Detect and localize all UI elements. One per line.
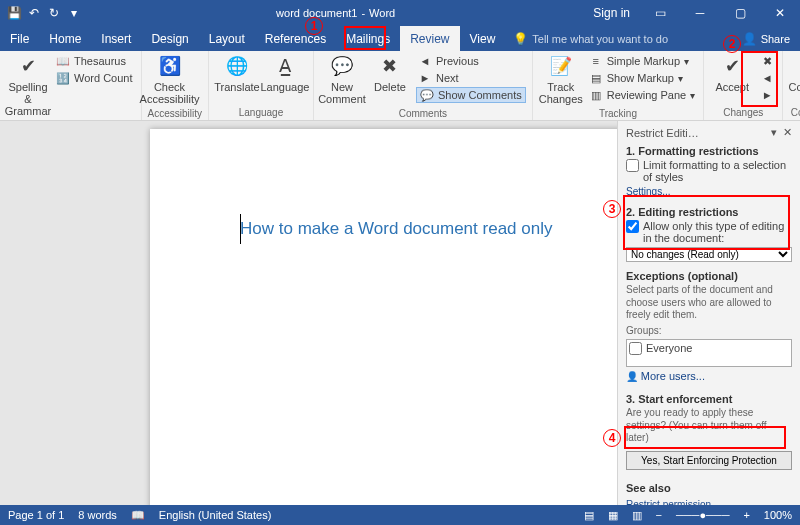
restore-icon[interactable]: ▢ (720, 0, 760, 26)
undo-icon[interactable]: ↶ (26, 5, 42, 21)
ribbon: ✔Spelling &Grammar 📖Thesaurus 🔢Word Coun… (0, 51, 800, 121)
group-comments: 💬NewComment ✖Delete ◄Previous ►Next 💬Sho… (314, 51, 533, 120)
ribbon-options-icon[interactable]: ▭ (640, 0, 680, 26)
tab-references[interactable]: References (255, 26, 336, 51)
status-language[interactable]: English (United States) (159, 509, 272, 521)
group-tracking: 📝TrackChanges ≡Simple Markup ▾ ▤Show Mar… (533, 51, 705, 120)
track-changes-button[interactable]: 📝TrackChanges (539, 53, 583, 107)
tab-review[interactable]: Review (400, 26, 459, 51)
see-also-title: See also (626, 482, 792, 494)
zoom-slider[interactable]: ───●─── (676, 509, 729, 521)
check-accessibility-button[interactable]: ♿CheckAccessibility (148, 53, 192, 107)
showmarkup-icon: ▤ (589, 71, 603, 85)
spelling-icon: ✔ (16, 55, 40, 79)
reject-icon: ✖ (760, 54, 774, 68)
window-controls: ▭ ─ ▢ ✕ (640, 0, 800, 26)
next-comment-button[interactable]: ►Next (416, 70, 526, 86)
translate-button[interactable]: 🌐Translate (215, 53, 259, 95)
markup-dropdown[interactable]: ≡Simple Markup ▾ (587, 53, 698, 69)
next-icon: ► (418, 71, 432, 85)
restrict-editing-pane: Restrict Editi… ▾ ✕ 1. Formatting restri… (617, 121, 800, 505)
compare-button[interactable]: ⇄Compare (789, 53, 800, 95)
delete-comment-button[interactable]: ✖Delete (368, 53, 412, 95)
zoom-level[interactable]: 100% (764, 509, 792, 521)
thesaurus-icon: 📖 (56, 54, 70, 68)
share-button[interactable]: 👤 Share (732, 26, 800, 51)
next-change-icon: ► (760, 88, 774, 102)
exceptions-text: Select parts of the document and choose … (626, 284, 792, 322)
wordcount-button[interactable]: 🔢Word Count (54, 70, 135, 86)
reviewing-pane-button[interactable]: ▥Reviewing Pane ▾ (587, 87, 698, 103)
accessibility-icon: ♿ (158, 55, 182, 79)
tab-home[interactable]: Home (39, 26, 91, 51)
pane-close-icon[interactable]: ✕ (783, 126, 792, 139)
quick-access-toolbar: 💾 ↶ ↻ ▾ (0, 5, 88, 21)
tab-insert[interactable]: Insert (91, 26, 141, 51)
show-markup-button[interactable]: ▤Show Markup ▾ (587, 70, 698, 86)
save-icon[interactable]: 💾 (6, 5, 22, 21)
more-users-link[interactable]: 👤 More users... (626, 370, 705, 382)
editing-type-select[interactable]: No changes (Read only) (626, 247, 792, 262)
next-change-button[interactable]: ► (758, 87, 776, 103)
allow-editing-checkbox[interactable]: Allow only this type of editing in the d… (626, 220, 792, 244)
language-button[interactable]: A̲Language (263, 53, 307, 95)
formatting-restrictions-title: 1. Formatting restrictions (626, 145, 792, 157)
accept-button[interactable]: ✔Accept (710, 53, 754, 95)
zoom-in-icon[interactable]: + (743, 509, 749, 521)
groups-listbox[interactable]: Everyone (626, 339, 792, 367)
proofing-status-icon[interactable]: 📖 (131, 509, 145, 522)
reject-button[interactable]: ✖ (758, 53, 776, 69)
start-enforcing-button[interactable]: Yes, Start Enforcing Protection (626, 451, 792, 470)
everyone-checkbox[interactable]: Everyone (629, 342, 789, 355)
translate-icon: 🌐 (225, 55, 249, 79)
text-cursor (240, 214, 241, 244)
status-words[interactable]: 8 words (78, 509, 117, 521)
groups-label: Groups: (626, 325, 792, 338)
thesaurus-button[interactable]: 📖Thesaurus (54, 53, 135, 69)
pane-dropdown-icon[interactable]: ▾ (771, 126, 777, 139)
view-print-icon[interactable]: ▦ (608, 509, 618, 522)
language-icon: A̲ (273, 55, 297, 79)
tab-layout[interactable]: Layout (199, 26, 255, 51)
status-bar: Page 1 of 1 8 words 📖 English (United St… (0, 505, 800, 525)
prev-change-button[interactable]: ◄ (758, 70, 776, 86)
redo-icon[interactable]: ↻ (46, 5, 62, 21)
tab-mailings[interactable]: Mailings (336, 26, 400, 51)
group-compare: ⇄Compare Compare (783, 51, 800, 120)
tab-file[interactable]: File (0, 26, 39, 51)
formatting-settings-link[interactable]: Settings... (626, 186, 670, 197)
zoom-out-icon[interactable]: − (656, 509, 662, 521)
close-icon[interactable]: ✕ (760, 0, 800, 26)
track-icon: 📝 (549, 55, 573, 79)
signin-link[interactable]: Sign in (583, 6, 640, 20)
markup-icon: ≡ (589, 54, 603, 68)
limit-formatting-checkbox[interactable]: Limit formatting to a selection of style… (626, 159, 792, 183)
minimize-icon[interactable]: ─ (680, 0, 720, 26)
customize-qat-icon[interactable]: ▾ (66, 5, 82, 21)
tell-me-search[interactable]: 💡 Tell me what you want to do (513, 26, 668, 51)
spelling-button[interactable]: ✔Spelling &Grammar (6, 53, 50, 119)
reviewpane-icon: ▥ (589, 88, 603, 102)
ribbon-tabs: File Home Insert Design Layout Reference… (0, 26, 800, 51)
tab-view[interactable]: View (460, 26, 506, 51)
pane-title: Restrict Editi… ▾ ✕ (626, 126, 792, 139)
status-page[interactable]: Page 1 of 1 (8, 509, 64, 521)
prev-change-icon: ◄ (760, 71, 774, 85)
new-comment-button[interactable]: 💬NewComment (320, 53, 364, 107)
delete-icon: ✖ (378, 55, 402, 79)
prev-comment-button[interactable]: ◄Previous (416, 53, 526, 69)
doc-name: word document1 (276, 7, 357, 19)
document-page[interactable]: How to make a Word document read only (150, 129, 650, 525)
document-heading: How to make a Word document read only (240, 219, 560, 239)
view-web-icon[interactable]: ▥ (632, 509, 642, 522)
group-language: 🌐Translate A̲Language Language (209, 51, 314, 120)
view-read-icon[interactable]: ▤ (584, 509, 594, 522)
prev-icon: ◄ (418, 54, 432, 68)
tab-design[interactable]: Design (141, 26, 198, 51)
window-title: word document1 - Word (88, 7, 583, 19)
wordcount-icon: 🔢 (56, 71, 70, 85)
editing-restrictions-title: 2. Editing restrictions (626, 206, 792, 218)
show-comments-button[interactable]: 💬Show Comments (416, 87, 526, 103)
group-accessibility: ♿CheckAccessibility Accessibility (142, 51, 209, 120)
exceptions-title: Exceptions (optional) (626, 270, 792, 282)
